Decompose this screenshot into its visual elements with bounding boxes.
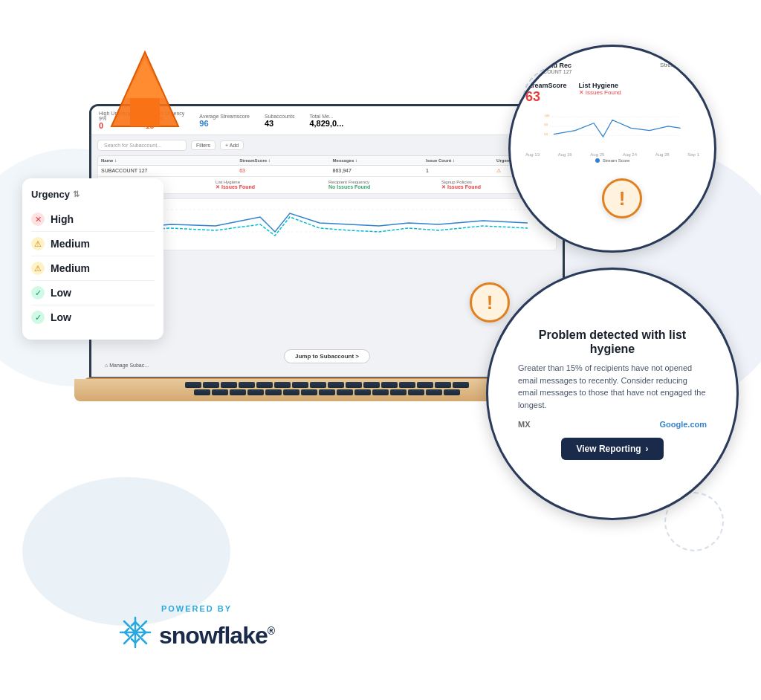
table-header: Name ↕ StreamScore ↕ Messages ↕ Issue Co… [97, 155, 557, 166]
urgency-item-low-1[interactable]: ✓ Low [31, 281, 155, 305]
search-subaccount[interactable]: Search for Subaccount... [97, 140, 187, 151]
subaccounts-metric: Subaccounts 43 [265, 114, 294, 128]
add-button[interactable]: + Add [220, 140, 244, 150]
brand-logo [104, 45, 186, 134]
zoom-score-value: 63 [660, 68, 699, 76]
col-messages: Messages ↕ [333, 158, 423, 163]
urgency-card: Urgency ⇅ ✕ High ⚠ Medium ⚠ Medium ✓ Low… [22, 178, 163, 340]
urgency-card-title: Urgency ⇅ [31, 189, 155, 200]
svg-point-28 [133, 630, 137, 635]
zoom-subaccount-id: SUBACCOUNT 127 [525, 69, 572, 74]
total-messages-value: 4,829,0... [309, 119, 343, 128]
background-blob-bottom-left [22, 477, 230, 626]
zoom-account-name: Parks and Rec [525, 62, 572, 69]
urgency-item-medium-1[interactable]: ⚠ Medium [31, 232, 155, 256]
zoom-chart-area: 100 80 60 Aug 13Aug 16Aug 20 Aug 24Aug 2… [525, 111, 699, 236]
zoom-issues-found: ✕ Issues Found [579, 89, 621, 96]
problem-footer: MX Google.com [518, 420, 707, 429]
subaccounts-label: Subaccounts [265, 114, 294, 119]
urgency-icon-high: ✕ [31, 213, 45, 226]
total-messages-metric: Total Me... 4,829,0... [309, 114, 343, 128]
powered-by-label: POWERED BY [161, 604, 232, 613]
subrow-recipient-freq: Recipient Frequency No Issues Found [328, 180, 438, 190]
zoom-hygiene-block: List Hygiene ✕ Issues Found [579, 82, 621, 105]
urgency-level-low-1: Low [51, 287, 71, 299]
zoom-streamscore-value: 63 [525, 89, 567, 105]
zoom-streamscore-title: StreamScore [525, 82, 567, 89]
snowflake-logo: snowflake® [119, 616, 274, 655]
urgency-level-low-2: Low [51, 311, 71, 323]
urgency-icon-medium-2: ⚠ [31, 262, 45, 275]
subrow-list-hygiene: List Hygiene ✕ Issues Found [216, 180, 326, 190]
problem-detection-card: Problem detected with list hygiene Great… [486, 268, 739, 520]
table-row[interactable]: SUBACCOUNT 127 63 863,947 1 ⚠ [97, 166, 557, 177]
view-reporting-button[interactable]: View Reporting › [561, 438, 663, 460]
avg-streamscore-value: 96 [199, 119, 250, 128]
urgency-item-high-1[interactable]: ✕ High [31, 207, 155, 232]
urgency-level-medium-2: Medium [51, 262, 90, 274]
zoom-chart-legend: Stream Score [525, 158, 699, 163]
row-issues: 1 [426, 168, 493, 174]
zoom-header: Parks and Rec SUBACCOUNT 127 StreamScore… [525, 62, 699, 76]
exclamation-icon-problem: ! [470, 282, 510, 323]
zoom-circle-top: Parks and Rec SUBACCOUNT 127 StreamScore… [508, 45, 716, 253]
svg-text:100: 100 [544, 114, 550, 117]
row-score: 63 [239, 168, 329, 174]
zoom-account-info: Parks and Rec SUBACCOUNT 127 [525, 62, 572, 76]
col-issues: Issue Count ↕ [426, 158, 493, 163]
row-messages: 863,947 [333, 168, 423, 174]
powered-by-snowflake: POWERED BY [119, 604, 274, 655]
filters-bar: Search for Subaccount... Filters + Add [97, 140, 557, 151]
svg-rect-2 [130, 97, 160, 126]
zoom-line-chart: 100 80 60 [525, 111, 699, 148]
total-messages-label: Total Me... [309, 114, 343, 119]
line-chart: 100 80 60 [101, 202, 553, 247]
zoom-metrics: StreamScore 63 List Hygiene ✕ Issues Fou… [525, 82, 699, 105]
recipient-freq-value: No Issues Found [328, 184, 438, 189]
zoom-streamscore-block: StreamScore 63 [525, 82, 567, 105]
zoom-score-info: StreamScore ↕ 63 [660, 62, 699, 76]
urgency-item-low-2[interactable]: ✓ Low [31, 305, 155, 329]
problem-mx-label: MX [518, 420, 531, 429]
chart-area: 100 80 60 Aug 13 Aug 16 Aug 20 Aug 24 Au… [97, 198, 557, 250]
avg-streamscore-label: Average Streamscore [199, 114, 250, 119]
problem-title: Problem detected with list hygiene [518, 328, 707, 356]
urgency-level-high: High [51, 213, 74, 225]
problem-google-link[interactable]: Google.com [659, 420, 707, 429]
urgency-item-medium-2[interactable]: ⚠ Medium [31, 256, 155, 281]
problem-description: Greater than 15% of recipients have not … [518, 362, 707, 411]
urgency-sort-icon: ⇅ [73, 189, 80, 199]
col-score: StreamScore ↕ [239, 158, 329, 163]
zoom-score-label: StreamScore ↕ [660, 62, 699, 68]
exclamation-icon-top: ! [602, 178, 642, 218]
urgency-icon-medium-1: ⚠ [31, 237, 45, 250]
urgency-level-medium-1: Medium [51, 238, 90, 250]
svg-marker-3 [125, 59, 165, 98]
row-name: SUBACCOUNT 127 [101, 168, 236, 174]
zoom-chart-dates: Aug 13Aug 16Aug 20 Aug 24Aug 28Sep 1 [525, 152, 699, 157]
col-name: Name ↕ [101, 158, 236, 163]
snowflake-icon [119, 616, 152, 655]
urgency-icon-low-1: ✓ [31, 286, 45, 299]
subrow-expanded: StreamScore 63 List Hygiene ✕ Issues Fou… [97, 177, 557, 194]
avg-streamscore-metric: Average Streamscore 96 [199, 114, 250, 128]
svg-text:60: 60 [544, 132, 548, 136]
svg-text:80: 80 [544, 123, 548, 126]
snowflake-brand-name: snowflake® [159, 622, 274, 649]
zoom-hygiene-title: List Hygiene [579, 82, 621, 89]
list-hygiene-value: ✕ Issues Found [216, 184, 326, 190]
filters-button[interactable]: Filters [191, 140, 216, 150]
urgency-icon-low-2: ✓ [31, 311, 45, 324]
subrow-grid: StreamScore 63 List Hygiene ✕ Issues Fou… [103, 180, 551, 190]
subaccounts-value: 43 [265, 119, 294, 128]
